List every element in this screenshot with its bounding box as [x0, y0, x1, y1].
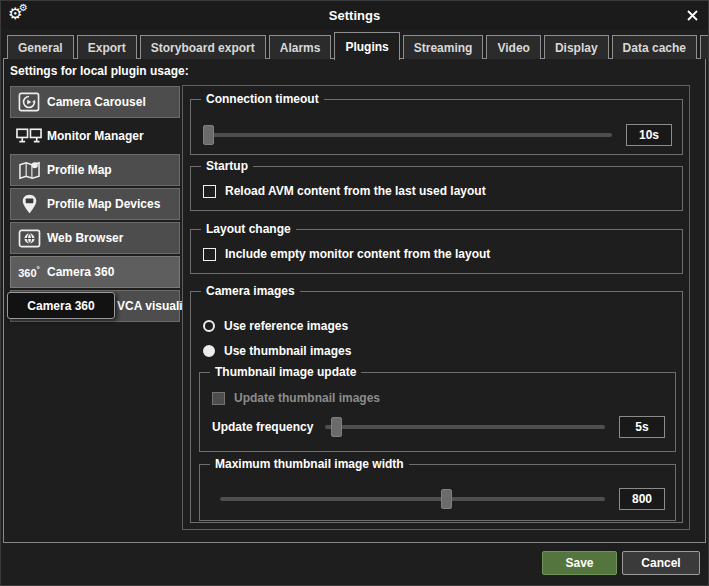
checkbox-label: Reload AVM content from the last used la… [225, 184, 486, 198]
sidebar-item-label: Web Browser [47, 231, 123, 245]
dialog-footer: Save Cancel [542, 551, 700, 575]
update-frequency-slider[interactable] [325, 417, 605, 437]
connection-timeout-slider[interactable] [203, 125, 612, 145]
sidebar-item-label: Monitor Manager [47, 129, 144, 143]
reload-avm-checkbox[interactable] [203, 185, 216, 198]
group-title: Maximum thumbnail image width [210, 457, 409, 471]
save-button[interactable]: Save [542, 551, 617, 575]
profile-map-devices-icon [11, 193, 47, 215]
web-browser-icon [11, 229, 47, 248]
tab-storyboard-export[interactable]: Storyboard export [140, 35, 266, 59]
maximum-thumbnail-width-value: 800 [619, 488, 665, 510]
group-title: Camera images [201, 284, 300, 298]
tab-advanced[interactable]: Advanced [700, 35, 709, 59]
sidebar-item-label: Profile Map [47, 163, 112, 177]
window-title: Settings [1, 8, 708, 23]
startup-group: Startup Reload AVM content from the last… [190, 166, 683, 211]
maximum-thumbnail-width-group: Maximum thumbnail image width 800 [199, 464, 676, 521]
sidebar-item-label: Camera 360 [47, 265, 114, 279]
camera-360-tooltip: Camera 360 [7, 292, 115, 319]
tab-bar: General Export Storyboard export Alarms … [7, 31, 709, 59]
maximum-thumbnail-width-slider[interactable] [220, 489, 605, 509]
update-frequency-label: Update frequency [212, 420, 313, 434]
connection-timeout-group: Connection timeout 10s [190, 99, 683, 155]
use-reference-images-radio[interactable] [203, 320, 215, 332]
use-thumbnail-images-radio[interactable] [203, 345, 215, 357]
group-title: Startup [201, 159, 253, 173]
sidebar-item-label: Camera Carousel [47, 95, 146, 109]
connection-timeout-value: 10s [626, 124, 672, 146]
camera-images-group: Camera images Use reference images Use t… [190, 291, 683, 523]
plugins-tab-page: Settings for local plugin usage: Camera … [3, 58, 706, 543]
sidebar-item-monitor-manager[interactable]: Monitor Manager [10, 120, 180, 152]
sidebar-item-camera-carousel[interactable]: Camera Carousel [10, 86, 180, 118]
tab-general[interactable]: General [7, 35, 74, 59]
camera-carousel-icon [11, 92, 47, 112]
profile-map-icon [11, 160, 47, 181]
slider-handle[interactable] [441, 489, 452, 509]
tab-video[interactable]: Video [486, 35, 540, 59]
radio-label: Use reference images [224, 319, 348, 333]
sidebar-item-camera-360[interactable]: 360° Camera 360 [10, 256, 180, 288]
tab-export[interactable]: Export [77, 35, 137, 59]
checkbox-label: Include empty monitor content from the l… [225, 247, 490, 261]
sidebar-item-web-browser[interactable]: Web Browser [10, 222, 180, 254]
sidebar-item-profile-map[interactable]: Profile Map [10, 154, 180, 186]
group-title: Thumbnail image update [210, 365, 361, 379]
layout-change-group: Layout change Include empty monitor cont… [190, 229, 683, 274]
checkbox-label: Update thumbnail images [234, 391, 380, 405]
close-icon[interactable] [684, 7, 700, 23]
slider-handle[interactable] [331, 417, 342, 437]
include-empty-monitor-checkbox[interactable] [203, 248, 216, 261]
update-frequency-value: 5s [619, 416, 665, 438]
group-title: Layout change [201, 222, 296, 236]
camera-360-icon: 360° [11, 265, 47, 279]
tab-streaming[interactable]: Streaming [403, 35, 484, 59]
update-thumbnail-images-checkbox [212, 392, 225, 405]
plugin-settings-panel: Connection timeout 10s Startup Reload AV… [182, 85, 690, 530]
tab-plugins[interactable]: Plugins [334, 32, 399, 60]
group-title: Connection timeout [201, 92, 324, 106]
settings-window: ⚙ ⚙ Settings General Export Storyboard e… [0, 0, 709, 586]
radio-label: Use thumbnail images [224, 344, 351, 358]
sidebar-heading: Settings for local plugin usage: [10, 64, 189, 78]
thumbnail-image-update-group: Thumbnail image update Update thumbnail … [199, 372, 676, 452]
tab-alarms[interactable]: Alarms [269, 35, 332, 59]
tab-data-cache[interactable]: Data cache [612, 35, 697, 59]
sidebar-item-label: Profile Map Devices [47, 197, 160, 211]
slider-handle[interactable] [203, 125, 214, 145]
plugin-list: Camera Carousel Monitor Manager [10, 86, 180, 324]
gears-icon: ⚙ ⚙ [8, 5, 32, 25]
monitor-manager-icon [11, 128, 47, 145]
sidebar-item-profile-map-devices[interactable]: Profile Map Devices [10, 188, 180, 220]
title-bar: ⚙ ⚙ Settings [1, 1, 708, 29]
tab-display[interactable]: Display [544, 35, 609, 59]
cancel-button[interactable]: Cancel [622, 551, 700, 575]
